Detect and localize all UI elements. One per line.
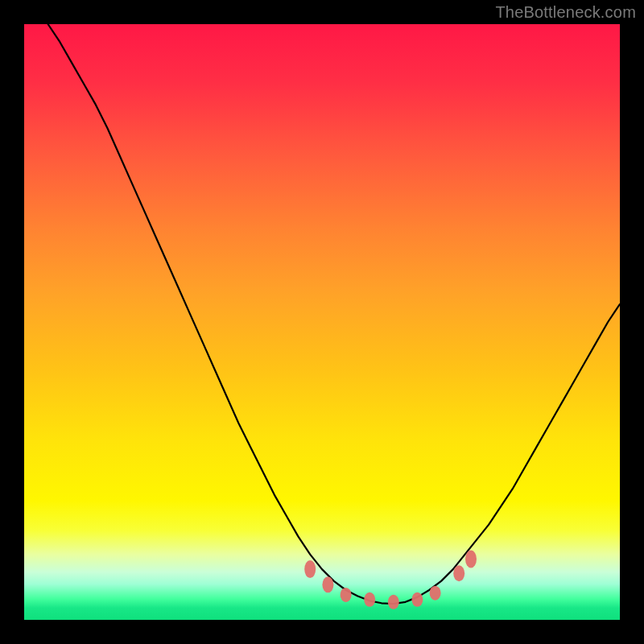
bottleneck-curve-chart — [24, 24, 620, 620]
plot-area — [24, 24, 620, 620]
valley-marker-5 — [411, 592, 423, 607]
curve-line — [48, 24, 620, 604]
chart-frame: TheBottleneck.com — [0, 0, 644, 644]
valley-marker-0 — [304, 560, 316, 578]
valley-marker-2 — [341, 588, 352, 602]
valley-marker-3 — [364, 592, 375, 607]
valley-marker-4 — [388, 595, 399, 609]
watermark-text: TheBottleneck.com — [495, 3, 636, 22]
valley-marker-6 — [430, 586, 441, 601]
valley-marker-8 — [465, 551, 477, 568]
valley-marker-1 — [322, 576, 333, 592]
valley-marker-7 — [453, 565, 464, 581]
